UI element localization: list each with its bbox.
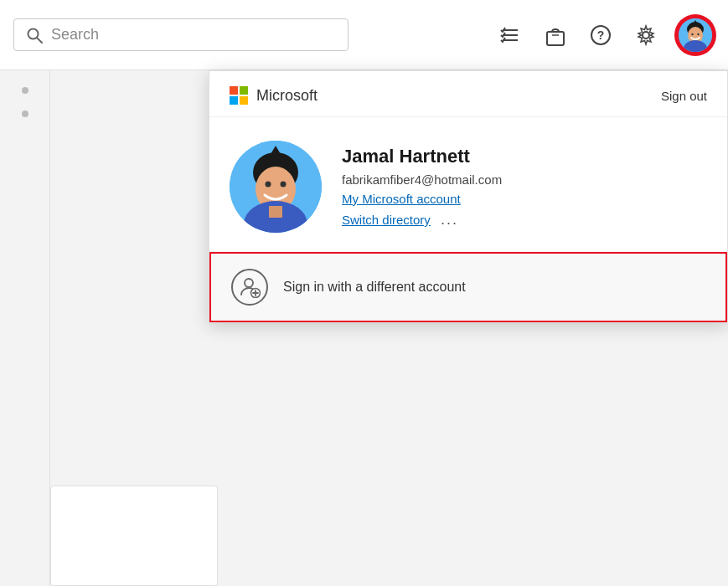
topbar: Search ? <box>0 0 728 70</box>
microsoft-logo: Microsoft <box>230 86 318 105</box>
sidebar-dot-1 <box>22 87 28 94</box>
bag-icon[interactable] <box>540 20 571 50</box>
bottom-card <box>50 486 218 586</box>
user-avatar-image <box>230 141 322 233</box>
avatar-button[interactable] <box>676 16 715 54</box>
switch-directory-link[interactable]: Switch directory <box>342 213 431 227</box>
switch-row: Switch directory ... <box>342 211 502 229</box>
svg-point-9 <box>643 32 649 39</box>
ms-logo-blue <box>230 96 238 105</box>
settings-icon[interactable] <box>631 20 661 50</box>
ms-logo-grid <box>230 86 248 105</box>
add-account-icon <box>231 269 268 306</box>
help-icon[interactable]: ? <box>586 20 616 50</box>
ms-logo-red <box>230 86 238 95</box>
search-input-placeholder: Search <box>51 26 99 44</box>
svg-text:?: ? <box>597 28 605 42</box>
svg-rect-5 <box>547 32 564 45</box>
sign-out-button[interactable]: Sign out <box>661 89 707 103</box>
topbar-icons: ? <box>495 16 715 54</box>
user-email: fabrikamfiber4@hotmail.com <box>342 172 502 187</box>
my-microsoft-account-link[interactable]: My Microsoft account <box>342 192 502 206</box>
search-box[interactable]: Search <box>13 18 349 51</box>
tasks-icon[interactable] <box>495 20 525 50</box>
svg-point-23 <box>266 182 271 188</box>
user-name: Jamal Hartnett <box>342 146 502 167</box>
svg-line-1 <box>37 38 42 43</box>
ms-logo-green <box>240 86 248 95</box>
sidebar-dot-2 <box>22 111 28 117</box>
user-avatar <box>230 141 322 233</box>
svg-point-25 <box>245 279 253 287</box>
user-section: Jamal Hartnett fabrikamfiber4@hotmail.co… <box>209 117 727 252</box>
microsoft-label: Microsoft <box>256 87 318 105</box>
panel-header: Microsoft Sign out <box>209 71 727 117</box>
svg-point-16 <box>697 33 699 34</box>
more-options-button[interactable]: ... <box>441 211 458 229</box>
svg-point-15 <box>691 33 693 34</box>
svg-point-24 <box>281 182 287 188</box>
account-dropdown: Microsoft Sign out <box>209 70 728 323</box>
svg-rect-22 <box>269 206 282 218</box>
user-info: Jamal Hartnett fabrikamfiber4@hotmail.co… <box>342 141 502 229</box>
search-icon <box>26 27 43 44</box>
avatar-icon <box>679 18 712 52</box>
sidebar <box>0 70 50 586</box>
sign-in-different-label: Sign in with a different account <box>283 280 466 295</box>
ms-logo-yellow <box>240 96 248 105</box>
sign-in-different-button[interactable]: Sign in with a different account <box>209 252 727 322</box>
